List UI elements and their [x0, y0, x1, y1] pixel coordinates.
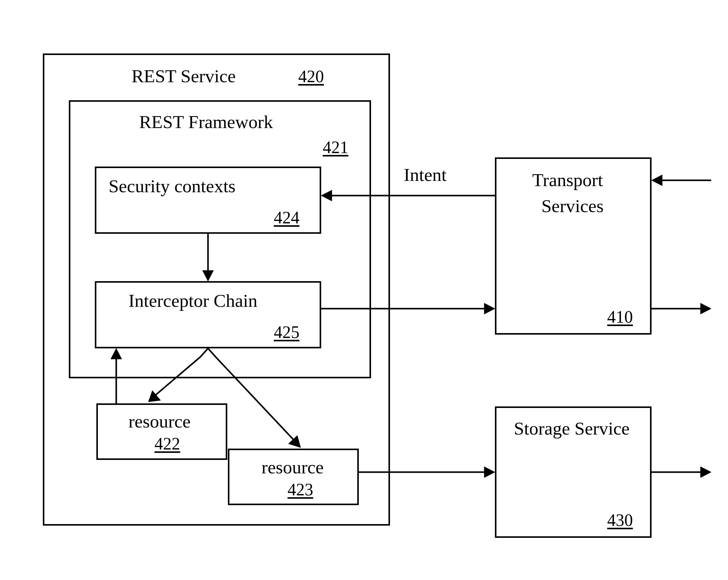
transport-services-title-line2: Services — [541, 196, 603, 217]
svg-marker-15 — [484, 467, 495, 478]
svg-marker-19 — [700, 303, 711, 314]
security-contexts-ref: 424 — [274, 208, 300, 227]
resource-a-title: resource — [128, 411, 190, 432]
storage-service-ref: 430 — [607, 510, 633, 530]
transport-services-title-line1: Transport — [532, 170, 603, 191]
svg-marker-21 — [700, 467, 711, 478]
arrow-external-into-transport — [652, 175, 711, 186]
rest-service-title: REST Service — [132, 66, 236, 87]
intent-label: Intent — [404, 164, 447, 186]
rest-framework-ref: 421 — [323, 138, 348, 157]
svg-marker-17 — [652, 175, 662, 186]
security-contexts-title: Security contexts — [109, 176, 236, 197]
arrow-storage-to-external — [652, 467, 711, 478]
transport-services-ref: 410 — [607, 307, 633, 327]
resource-a-ref: 422 — [154, 434, 180, 453]
arrow-transport-to-external — [652, 303, 711, 314]
interceptor-chain-ref: 425 — [274, 323, 300, 342]
interceptor-chain-title: Interceptor Chain — [128, 290, 258, 311]
resource-b-ref: 423 — [288, 480, 313, 499]
svg-marker-5 — [484, 303, 495, 314]
rest-service-ref: 420 — [298, 66, 324, 86]
storage-service-title: Storage Service — [514, 418, 629, 439]
diagram-canvas: REST Service 420 REST Framework 421 Secu… — [0, 0, 728, 580]
resource-b-title: resource — [262, 457, 323, 478]
rest-framework-title: REST Framework — [139, 112, 273, 133]
